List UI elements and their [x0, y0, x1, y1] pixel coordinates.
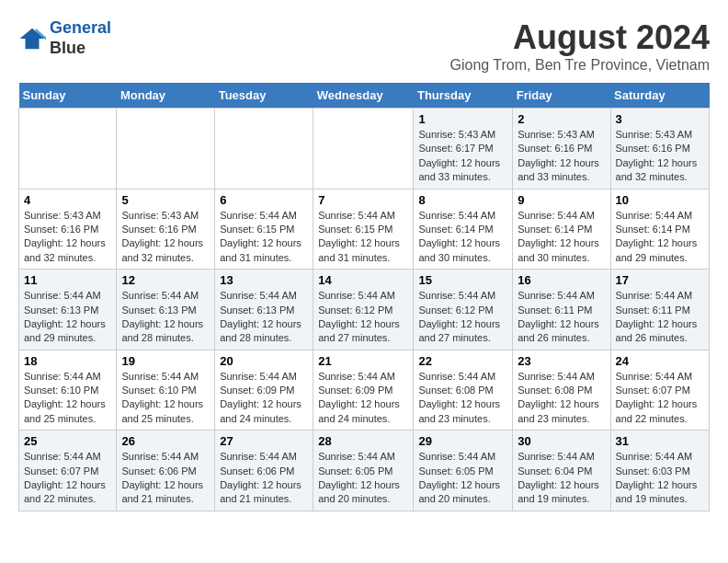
day-number: 22 [418, 354, 507, 368]
svg-marker-1 [20, 28, 45, 49]
day-info: Sunrise: 5:44 AM Sunset: 6:13 PM Dayligh… [121, 289, 210, 346]
column-header-thursday: Thursday [414, 83, 513, 109]
calendar-cell: 11Sunrise: 5:44 AM Sunset: 6:13 PM Dayli… [19, 270, 117, 350]
day-number: 24 [616, 354, 704, 368]
calendar-cell: 7Sunrise: 5:44 AM Sunset: 6:15 PM Daylig… [313, 189, 414, 270]
day-info: Sunrise: 5:44 AM Sunset: 6:05 PM Dayligh… [318, 450, 408, 507]
day-number: 30 [518, 434, 605, 448]
day-number: 3 [616, 112, 704, 126]
day-info: Sunrise: 5:44 AM Sunset: 6:11 PM Dayligh… [518, 289, 605, 346]
logo-text: General Blue [50, 18, 111, 58]
day-info: Sunrise: 5:44 AM Sunset: 6:07 PM Dayligh… [616, 370, 704, 427]
location: Giong Trom, Ben Tre Province, Vietnam [450, 57, 711, 74]
calendar-cell [117, 109, 215, 190]
calendar-week-row: 4Sunrise: 5:43 AM Sunset: 6:16 PM Daylig… [19, 189, 710, 270]
calendar-cell: 31Sunrise: 5:44 AM Sunset: 6:03 PM Dayli… [610, 431, 709, 511]
day-number: 27 [220, 434, 308, 448]
day-info: Sunrise: 5:43 AM Sunset: 6:16 PM Dayligh… [24, 209, 111, 266]
column-header-friday: Friday [513, 83, 610, 109]
calendar-cell: 21Sunrise: 5:44 AM Sunset: 6:09 PM Dayli… [313, 350, 414, 431]
calendar-cell: 30Sunrise: 5:44 AM Sunset: 6:04 PM Dayli… [513, 431, 610, 511]
day-info: Sunrise: 5:44 AM Sunset: 6:14 PM Dayligh… [418, 209, 507, 266]
calendar-cell: 3Sunrise: 5:43 AM Sunset: 6:16 PM Daylig… [610, 109, 709, 190]
day-info: Sunrise: 5:44 AM Sunset: 6:03 PM Dayligh… [616, 450, 704, 507]
day-info: Sunrise: 5:44 AM Sunset: 6:07 PM Dayligh… [24, 450, 111, 507]
calendar-cell: 5Sunrise: 5:43 AM Sunset: 6:16 PM Daylig… [117, 189, 215, 270]
column-header-tuesday: Tuesday [215, 83, 313, 109]
calendar-cell: 24Sunrise: 5:44 AM Sunset: 6:07 PM Dayli… [610, 350, 709, 431]
day-info: Sunrise: 5:44 AM Sunset: 6:08 PM Dayligh… [518, 370, 605, 427]
day-info: Sunrise: 5:44 AM Sunset: 6:15 PM Dayligh… [318, 209, 408, 266]
day-info: Sunrise: 5:43 AM Sunset: 6:16 PM Dayligh… [518, 128, 605, 185]
day-info: Sunrise: 5:43 AM Sunset: 6:16 PM Dayligh… [616, 128, 704, 185]
day-info: Sunrise: 5:43 AM Sunset: 6:16 PM Dayligh… [121, 209, 210, 266]
day-number: 12 [121, 273, 210, 287]
day-number: 7 [318, 193, 408, 207]
calendar-cell: 6Sunrise: 5:44 AM Sunset: 6:15 PM Daylig… [215, 189, 313, 270]
day-info: Sunrise: 5:44 AM Sunset: 6:12 PM Dayligh… [318, 289, 408, 346]
calendar-cell: 4Sunrise: 5:43 AM Sunset: 6:16 PM Daylig… [19, 189, 117, 270]
calendar-cell: 14Sunrise: 5:44 AM Sunset: 6:12 PM Dayli… [313, 270, 414, 350]
calendar-cell: 12Sunrise: 5:44 AM Sunset: 6:13 PM Dayli… [117, 270, 215, 350]
day-number: 17 [616, 273, 704, 287]
day-number: 10 [616, 193, 704, 207]
day-info: Sunrise: 5:44 AM Sunset: 6:15 PM Dayligh… [220, 209, 308, 266]
calendar-week-row: 1Sunrise: 5:43 AM Sunset: 6:17 PM Daylig… [19, 109, 710, 190]
day-number: 14 [318, 273, 408, 287]
calendar-week-row: 11Sunrise: 5:44 AM Sunset: 6:13 PM Dayli… [19, 270, 710, 350]
day-number: 31 [616, 434, 704, 448]
calendar-cell: 28Sunrise: 5:44 AM Sunset: 6:05 PM Dayli… [313, 431, 414, 511]
calendar-cell: 13Sunrise: 5:44 AM Sunset: 6:13 PM Dayli… [215, 270, 313, 350]
calendar-week-row: 25Sunrise: 5:44 AM Sunset: 6:07 PM Dayli… [19, 431, 710, 511]
day-info: Sunrise: 5:44 AM Sunset: 6:10 PM Dayligh… [24, 370, 111, 427]
day-info: Sunrise: 5:44 AM Sunset: 6:09 PM Dayligh… [318, 370, 408, 427]
logo-icon [18, 25, 46, 52]
day-info: Sunrise: 5:44 AM Sunset: 6:12 PM Dayligh… [418, 289, 507, 346]
day-number: 6 [220, 193, 308, 207]
calendar-cell [313, 109, 414, 190]
calendar-cell: 9Sunrise: 5:44 AM Sunset: 6:14 PM Daylig… [513, 189, 610, 270]
calendar-cell: 27Sunrise: 5:44 AM Sunset: 6:06 PM Dayli… [215, 431, 313, 511]
day-info: Sunrise: 5:43 AM Sunset: 6:17 PM Dayligh… [418, 128, 507, 185]
day-number: 18 [24, 354, 111, 368]
day-number: 26 [121, 434, 210, 448]
day-info: Sunrise: 5:44 AM Sunset: 6:11 PM Dayligh… [616, 289, 704, 346]
day-number: 13 [220, 273, 308, 287]
calendar-table: SundayMondayTuesdayWednesdayThursdayFrid… [18, 83, 710, 511]
calendar-cell: 15Sunrise: 5:44 AM Sunset: 6:12 PM Dayli… [414, 270, 513, 350]
column-header-saturday: Saturday [610, 83, 709, 109]
day-info: Sunrise: 5:44 AM Sunset: 6:13 PM Dayligh… [24, 289, 111, 346]
day-number: 20 [220, 354, 308, 368]
day-number: 16 [518, 273, 605, 287]
calendar-header-row: SundayMondayTuesdayWednesdayThursdayFrid… [19, 83, 710, 109]
calendar-cell: 17Sunrise: 5:44 AM Sunset: 6:11 PM Dayli… [610, 270, 709, 350]
month-year: August 2024 [450, 18, 711, 57]
logo: General Blue [18, 18, 111, 58]
day-info: Sunrise: 5:44 AM Sunset: 6:13 PM Dayligh… [220, 289, 308, 346]
day-number: 19 [121, 354, 210, 368]
day-number: 8 [418, 193, 507, 207]
calendar-cell [215, 109, 313, 190]
day-number: 23 [518, 354, 605, 368]
day-info: Sunrise: 5:44 AM Sunset: 6:09 PM Dayligh… [220, 370, 308, 427]
calendar-cell: 16Sunrise: 5:44 AM Sunset: 6:11 PM Dayli… [513, 270, 610, 350]
day-info: Sunrise: 5:44 AM Sunset: 6:08 PM Dayligh… [418, 370, 507, 427]
calendar-week-row: 18Sunrise: 5:44 AM Sunset: 6:10 PM Dayli… [19, 350, 710, 431]
day-info: Sunrise: 5:44 AM Sunset: 6:04 PM Dayligh… [518, 450, 605, 507]
day-number: 2 [518, 112, 605, 126]
day-number: 21 [318, 354, 408, 368]
calendar-cell: 1Sunrise: 5:43 AM Sunset: 6:17 PM Daylig… [414, 109, 513, 190]
calendar-cell: 19Sunrise: 5:44 AM Sunset: 6:10 PM Dayli… [117, 350, 215, 431]
day-number: 11 [24, 273, 111, 287]
calendar-cell: 26Sunrise: 5:44 AM Sunset: 6:06 PM Dayli… [117, 431, 215, 511]
calendar-cell: 2Sunrise: 5:43 AM Sunset: 6:16 PM Daylig… [513, 109, 610, 190]
calendar-cell [19, 109, 117, 190]
day-number: 25 [24, 434, 111, 448]
day-info: Sunrise: 5:44 AM Sunset: 6:06 PM Dayligh… [121, 450, 210, 507]
calendar-cell: 18Sunrise: 5:44 AM Sunset: 6:10 PM Dayli… [19, 350, 117, 431]
column-header-wednesday: Wednesday [313, 83, 414, 109]
day-number: 9 [518, 193, 605, 207]
day-number: 4 [24, 193, 111, 207]
column-header-monday: Monday [117, 83, 215, 109]
day-number: 5 [121, 193, 210, 207]
